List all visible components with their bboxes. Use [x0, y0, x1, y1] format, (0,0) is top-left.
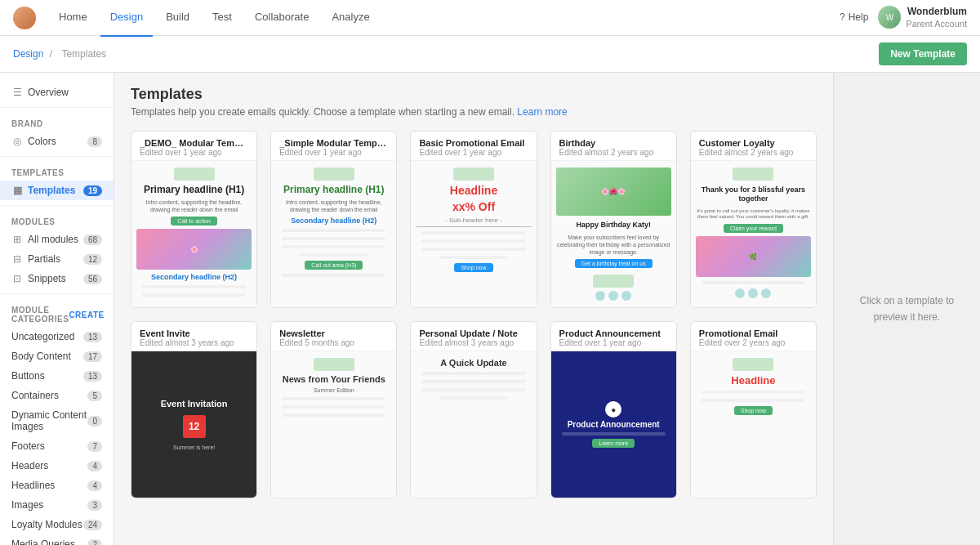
breadcrumb-bar: Design / Templates New Template — [0, 36, 980, 73]
template-edited-birthday: Edited almost 2 years ago — [559, 148, 668, 157]
cat-badge-headlines: 4 — [87, 480, 102, 491]
tpl-logo-simple — [314, 168, 354, 181]
nav-home[interactable]: Home — [49, 0, 97, 37]
template-card-newsletter[interactable]: Newsletter Edited 5 months ago News from… — [270, 321, 397, 498]
cat-badge-media: 2 — [87, 539, 102, 546]
cat-badge-uncategorized: 13 — [83, 332, 102, 342]
sidebar-item-containers[interactable]: Containers 5 — [0, 386, 114, 405]
template-card-loyalty[interactable]: Customer Loyalty Edited almost 2 years a… — [690, 131, 817, 308]
learn-more-link[interactable]: Learn more — [517, 106, 567, 118]
sidebar-item-headlines[interactable]: Headlines 4 — [0, 476, 114, 495]
sidebar-label-partials: Partials — [28, 253, 60, 265]
main-content: Templates Templates help you create emai… — [114, 73, 833, 545]
breadcrumb-separator: / — [50, 48, 52, 60]
sidebar-item-snippets[interactable]: ⊡ Snippets 56 — [0, 269, 114, 288]
cat-label-body-content: Body Content — [11, 351, 71, 362]
template-card-simple[interactable]: _Simple Modular Template Edited over 1 y… — [270, 131, 397, 308]
sidebar-item-body-content[interactable]: Body Content 17 — [0, 346, 114, 366]
template-preview-newsletter: News from Your Friends Summer Edition — [271, 351, 396, 498]
sidebar-item-media[interactable]: Media Queries 2 — [0, 534, 114, 545]
create-category-link[interactable]: Create — [69, 310, 104, 319]
sidebar-item-uncategorized[interactable]: Uncategorized 13 — [0, 327, 114, 346]
template-card-personal[interactable]: Personal Update / Note Edited almost 3 y… — [410, 321, 537, 498]
template-name-personal: Personal Update / Note — [419, 328, 528, 338]
nav-test[interactable]: Test — [203, 0, 242, 37]
cat-label-media: Media Queries — [11, 538, 75, 545]
overview-icon: ☰ — [11, 87, 23, 98]
top-navigation: Home Design Build Test Collaborate Analy… — [0, 0, 980, 36]
nav-design[interactable]: Design — [100, 0, 153, 37]
tpl-logo-promo — [453, 168, 494, 181]
cat-badge-headers: 4 — [87, 461, 102, 471]
tpl-logo-loyalty — [733, 168, 773, 181]
sidebar-label-templates: Templates — [28, 185, 75, 196]
breadcrumb-parent[interactable]: Design — [13, 48, 43, 60]
nav-collaborate[interactable]: Collaborate — [245, 0, 319, 37]
sidebar-item-colors[interactable]: ◎ Colors 8 — [0, 132, 114, 151]
template-card-product[interactable]: Product Announcement Edited over 1 year … — [550, 321, 677, 498]
sidebar-item-images[interactable]: Images 3 — [0, 495, 114, 515]
template-name-simple: _Simple Modular Template — [279, 138, 388, 148]
cat-badge-body-content: 17 — [83, 351, 102, 362]
template-grid-row1: _DEMO_ Modular Template Edited over 1 ye… — [131, 131, 817, 308]
sidebar-label-all-modules: All modules — [28, 234, 78, 245]
sidebar-label-snippets: Snippets — [28, 273, 66, 284]
template-name-birthday: Birthday — [559, 138, 668, 148]
template-name-newsletter: Newsletter — [279, 328, 388, 338]
template-preview-birthday: 🌸🌺🌸 Happy Birthday Katy! Make your subsc… — [551, 160, 676, 307]
cat-label-footers: Footers — [11, 440, 45, 452]
templates-badge: 19 — [83, 185, 102, 196]
help-icon: ? — [840, 11, 845, 23]
snippets-icon: ⊡ — [11, 273, 23, 284]
cat-label-headlines: Headlines — [11, 480, 55, 491]
sidebar-brand-section: BRAND — [0, 113, 114, 132]
template-edited-event: Edited almost 3 years ago — [140, 338, 248, 347]
template-preview-personal: A Quick Update — [411, 351, 536, 498]
nav-build[interactable]: Build — [156, 0, 199, 37]
template-card-birthday[interactable]: Birthday Edited almost 2 years ago 🌸🌺🌸 H… — [550, 131, 677, 308]
sidebar-categories-section: MODULE CATEGORIES Create — [0, 299, 114, 327]
template-card-event[interactable]: Event Invite Edited almost 3 years ago E… — [131, 321, 257, 498]
help-link[interactable]: ? Help — [840, 11, 868, 23]
snippets-badge: 56 — [83, 274, 102, 284]
user-menu[interactable]: W Wonderblum Parent Account — [878, 6, 967, 30]
app-logo[interactable] — [13, 7, 36, 29]
template-preview-loyalty: Thank you for 3 blissful years together … — [691, 160, 816, 307]
sidebar-item-templates[interactable]: ▦ Templates 19 — [0, 181, 114, 200]
template-preview-promotional: Headline Shop now — [691, 351, 816, 498]
tpl-logo-birthday — [593, 275, 634, 288]
sidebar-item-partials[interactable]: ⊟ Partials 12 — [0, 249, 114, 269]
colors-badge: 8 — [87, 136, 102, 147]
tpl-logo-newsletter — [314, 358, 354, 371]
nav-right: ? Help W Wonderblum Parent Account — [840, 6, 967, 30]
tpl-loyalty-image: 🌿 — [696, 236, 811, 277]
template-name-loyalty: Customer Loyalty — [699, 138, 808, 148]
template-name-demo: _DEMO_ Modular Template — [140, 138, 248, 148]
nav-analyze[interactable]: Analyze — [322, 0, 379, 37]
template-edited-product: Edited over 1 year ago — [559, 338, 668, 347]
template-edited-demo: Edited over 1 year ago — [140, 148, 248, 157]
sidebar-item-footers[interactable]: Footers 7 — [0, 436, 114, 456]
partials-badge: 12 — [83, 254, 102, 265]
sidebar-item-loyalty[interactable]: Loyalty Modules 24 — [0, 515, 114, 534]
template-preview-demo: Primary headline (H1) Intro content, sup… — [131, 160, 256, 307]
template-name-event: Event Invite — [140, 328, 248, 338]
sidebar-item-overview[interactable]: ☰ Overview — [0, 83, 114, 102]
template-card-promotional[interactable]: Promotional Email Edited over 2 years ag… — [690, 321, 817, 498]
cat-label-loyalty: Loyalty Modules — [11, 519, 82, 530]
avatar: W — [878, 6, 901, 29]
template-card-promo[interactable]: Basic Promotional Email Edited over 1 ye… — [410, 131, 537, 308]
template-preview-product: ● Product Announcement Learn more — [551, 351, 676, 498]
sidebar-item-all-modules[interactable]: ⊞ All modules 68 — [0, 230, 114, 249]
sidebar-item-headers[interactable]: Headers 4 — [0, 456, 114, 476]
template-card-demo[interactable]: _DEMO_ Modular Template Edited over 1 ye… — [131, 131, 257, 308]
sidebar-item-buttons[interactable]: Buttons 13 — [0, 366, 114, 386]
user-name: Wonderblum — [906, 6, 967, 19]
cat-label-buttons: Buttons — [11, 370, 45, 382]
sidebar-label-colors: Colors — [28, 136, 56, 147]
cat-label-images: Images — [11, 499, 43, 511]
new-template-button[interactable]: New Template — [879, 42, 967, 65]
template-edited-loyalty: Edited almost 2 years ago — [699, 148, 808, 157]
tpl-image-flower: 🌸 — [136, 229, 252, 270]
sidebar-item-dynamic[interactable]: Dynamic Content Images 0 — [0, 405, 114, 436]
